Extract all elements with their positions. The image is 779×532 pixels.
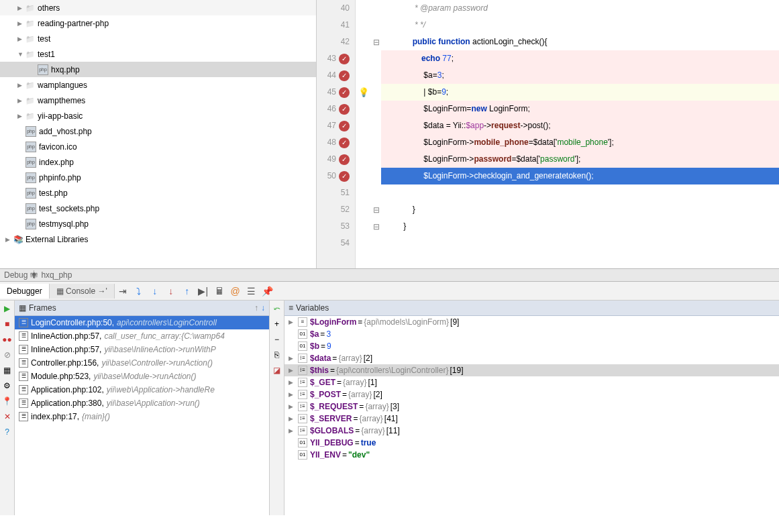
frame-down-icon[interactable]: ↓ [261, 303, 265, 313]
error-marker-icon[interactable]: ✓ [339, 54, 350, 64]
expand-arrow-icon[interactable]: ▶ [289, 403, 297, 410]
code-line[interactable]: * */ [381, 17, 779, 34]
variable-row[interactable]: ▶⁞≡$_REQUEST = {array} [3] [284, 401, 779, 413]
code-line[interactable]: $LoginForm->checklogin_and_generatetoken… [381, 168, 779, 184]
at-symbol-icon[interactable]: @ [227, 283, 244, 299]
layout-icon[interactable]: ▦ [0, 362, 14, 378]
tree-item[interactable]: ▶📚External Libraries [0, 231, 316, 247]
variable-row[interactable]: 01$b = 9 [284, 340, 779, 352]
fold-icon[interactable]: ⊟ [373, 205, 380, 215]
code-editor[interactable]: 40414243✓44✓45✓46✓47✓48✓49✓50✓51525354 💡… [317, 0, 779, 268]
expand-arrow-icon[interactable]: ▶ [289, 415, 297, 422]
help-icon[interactable]: ? [0, 424, 14, 439]
code-line[interactable]: $LoginForm=new LoginForm; [381, 101, 779, 117]
error-marker-icon[interactable]: ✓ [339, 70, 350, 81]
error-marker-icon[interactable]: ✓ [339, 121, 350, 131]
expand-arrow-icon[interactable]: ▶ [289, 355, 297, 362]
tree-item[interactable]: phptest_sockets.php [0, 201, 316, 216]
expand-arrow-icon[interactable]: ▶ [17, 5, 25, 11]
intention-bulb-icon[interactable]: 💡 [358, 87, 369, 97]
project-tree[interactable]: ▶others▶reading-partner-php▶test▼test1ph… [0, 0, 317, 268]
stack-frame[interactable]: ☰InlineAction.php:57, call_user_func_arr… [15, 329, 269, 343]
variable-row[interactable]: ▶⁞≡$this = {api\controllers\LoginControl… [284, 364, 779, 376]
expand-arrow-icon[interactable]: ▶ [17, 113, 25, 119]
code-line[interactable]: $a=3; [381, 67, 779, 84]
fold-icon[interactable]: ⊟ [373, 38, 380, 47]
tree-item[interactable]: ▶wamplangues [0, 77, 316, 93]
error-marker-icon[interactable]: ✓ [339, 138, 350, 148]
variable-row[interactable]: ▶⁞≡$GLOBALS = {array} [11] [284, 425, 779, 437]
expand-arrow-icon[interactable]: ▶ [17, 97, 25, 104]
gear-icon[interactable]: ⚙ [0, 378, 14, 393]
variable-row[interactable]: ▶⁞≡$data = {array} [2] [284, 352, 779, 364]
expand-arrow-icon[interactable]: ▶ [17, 82, 25, 89]
stack-frame[interactable]: ☰Module.php:523, yii\base\Module->runAct… [15, 370, 269, 383]
tree-item[interactable]: phpadd_vhost.php [0, 123, 316, 139]
tree-item[interactable]: phpphpinfo.php [0, 170, 316, 185]
tree-item[interactable]: ▶wampthemes [0, 93, 316, 108]
code-line[interactable]: public function actionLogin_check(){ [381, 34, 779, 50]
error-marker-icon[interactable]: ✓ [339, 171, 350, 182]
expand-arrow-icon[interactable]: ▶ [289, 319, 297, 325]
expand-arrow-icon[interactable]: ▶ [289, 391, 297, 398]
expand-arrow-icon[interactable]: ▶ [17, 20, 25, 27]
code-line[interactable]: $LoginForm->mobile_phone=$data['mobile_p… [381, 134, 779, 151]
tree-item[interactable]: phphxq.php [0, 62, 316, 77]
stop-icon[interactable]: ■ [0, 316, 14, 331]
step-out-icon[interactable]: ↑ [179, 283, 195, 299]
variable-row[interactable]: ▶⁞≡$_GET = {array} [1] [284, 376, 779, 388]
stack-frame[interactable]: ☰Application.php:380, yii\base\Applicati… [15, 396, 269, 410]
close-icon[interactable]: ✕ [0, 409, 14, 424]
new-watch-icon[interactable]: + [270, 316, 284, 331]
expand-arrow-icon[interactable]: ▶ [17, 36, 25, 42]
step-into-icon[interactable]: ↓ [147, 283, 163, 299]
stack-frame[interactable]: ☰index.php:17, {main}() [15, 410, 269, 423]
code-line[interactable] [381, 184, 779, 201]
tree-item[interactable]: ▶reading-partner-php [0, 15, 316, 31]
tree-item[interactable]: phptest.php [0, 185, 316, 201]
evaluate-expression-icon[interactable]: 🖩 [211, 283, 227, 299]
variable-row[interactable]: 01YII_ENV = "dev" [284, 449, 779, 461]
variable-row[interactable]: ▶⁞≡$_POST = {array} [2] [284, 388, 779, 401]
code-line[interactable]: | $b=9; [381, 84, 779, 101]
tree-item[interactable]: ▼test1 [0, 46, 316, 62]
duplicate-watch-icon[interactable]: ⎘ [270, 347, 284, 362]
restore-layout-icon[interactable]: ⤺ [270, 301, 284, 316]
expand-arrow-icon[interactable]: ▶ [289, 427, 297, 434]
tree-item[interactable]: phpindex.php [0, 154, 316, 170]
variable-row[interactable]: 01YII_DEBUG = true [284, 437, 779, 449]
frame-up-icon[interactable]: ↑ [254, 303, 258, 313]
code-line[interactable]: $LoginForm->password=$data['password']; [381, 151, 779, 168]
show-exec-point-icon[interactable]: ⇥ [115, 283, 131, 299]
error-marker-icon[interactable]: ✓ [339, 104, 350, 115]
mute-breakpoints-icon[interactable]: ⊘ [0, 347, 14, 362]
stack-frame[interactable]: ☰Controller.php:156, yii\base\Controller… [15, 356, 269, 370]
error-marker-icon[interactable]: ✓ [339, 87, 350, 98]
tree-item[interactable]: phpfavicon.ico [0, 139, 316, 154]
tree-item[interactable]: ▶others [0, 0, 316, 15]
expand-arrow-icon[interactable]: ▼ [17, 51, 25, 58]
force-step-into-icon[interactable]: ↓ [163, 283, 179, 299]
fold-icon[interactable]: ⊟ [373, 222, 380, 231]
code-line[interactable] [381, 235, 779, 252]
tab-debugger[interactable]: Debugger [0, 284, 50, 299]
tree-item[interactable]: ▶test [0, 31, 316, 46]
pin-tab-icon[interactable]: 📍 [0, 393, 14, 409]
step-over-icon[interactable]: ⤵ [131, 283, 147, 299]
expand-arrow-icon[interactable]: ▶ [289, 367, 297, 374]
code-line[interactable]: } [381, 218, 779, 235]
stack-frame[interactable]: ☰Application.php:102, yii\web\Applicatio… [15, 383, 269, 396]
expand-arrow-icon[interactable]: ▶ [289, 379, 297, 386]
tree-item[interactable]: phptestmysql.php [0, 216, 316, 231]
code-line[interactable]: } [381, 201, 779, 218]
settings-icon[interactable]: ☰ [244, 283, 260, 299]
variable-row[interactable]: ▶⁞≡$_SERVER = {array} [41] [284, 413, 779, 425]
remove-watch-icon[interactable]: − [270, 331, 284, 347]
show-watches-icon[interactable]: ◪ [270, 362, 284, 378]
expand-arrow-icon[interactable]: ▶ [5, 236, 13, 243]
tab-console[interactable]: ▦ Console →' [50, 284, 115, 299]
variable-row[interactable]: 01$a = 3 [284, 328, 779, 340]
code-line[interactable]: $data = Yii::$app->request->post(); [381, 117, 779, 134]
code-line[interactable]: echo 77; [381, 50, 779, 67]
variable-row[interactable]: ▶≡$LoginForm = {api\models\LoginForm} [9… [284, 316, 779, 328]
